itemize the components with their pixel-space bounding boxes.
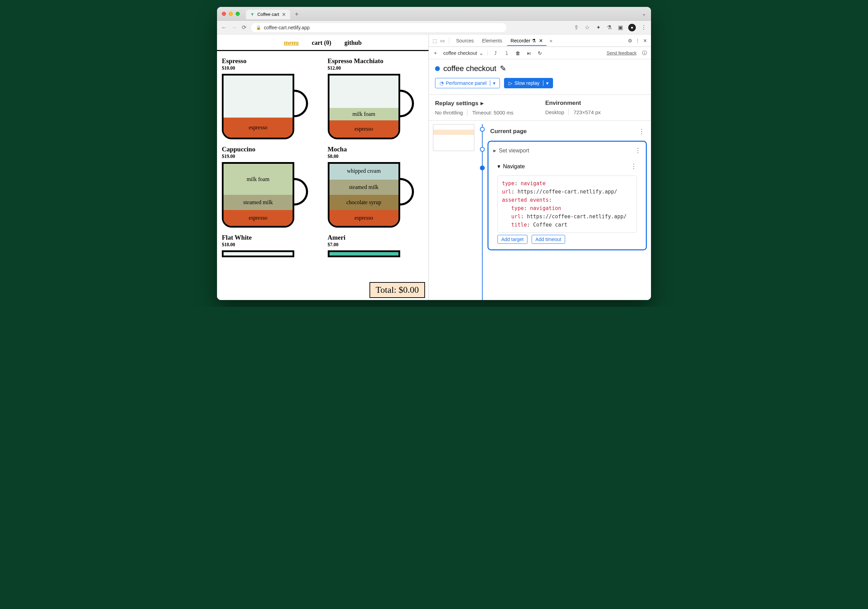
send-feedback-link[interactable]: Send feedback (606, 50, 637, 56)
product-card[interactable]: Mocha $8.00 whipped cream steamed milk c… (328, 145, 424, 227)
nav-menu[interactable]: menu (284, 39, 299, 46)
traffic-lights (222, 12, 240, 16)
device-toggle-icon[interactable]: ▭ (439, 38, 445, 43)
recorder-actions: ◔ Performance panel ▾ ▷ Slow replay ▾ (429, 78, 651, 94)
step-set-viewport[interactable]: ▸Set viewport ⋮ (488, 143, 646, 158)
product-name: Mocha (328, 145, 424, 153)
step-play-icon[interactable]: ⏯ (526, 50, 532, 56)
webpage-viewport: menu cart (0) github Espresso $10.00 esp… (217, 34, 429, 300)
cup-illustration: milk foam steamed milk espresso (222, 162, 308, 227)
product-card[interactable]: Ameri $7.00 (328, 234, 424, 257)
product-card[interactable]: Espresso Macchiato $12.00 milk foam espr… (328, 57, 424, 139)
layer-chocolate: chocolate syrup (329, 195, 398, 210)
step-over-icon[interactable]: ↻ (537, 50, 543, 56)
new-tab-button[interactable]: ＋ (294, 10, 300, 18)
replay-settings-header[interactable]: Replay settings ▸ (435, 100, 518, 107)
dropdown-arrow-icon[interactable]: ▾ (543, 80, 549, 86)
environment-header: Environment (545, 100, 605, 107)
export-icon[interactable]: ⤴ (493, 50, 499, 56)
browser-tab[interactable]: ▼ Coffee cart ✕ (246, 10, 290, 19)
profile-avatar[interactable]: ● (628, 24, 636, 31)
delete-icon[interactable]: 🗑 (515, 50, 521, 56)
cup-illustration (328, 250, 414, 257)
chevron-down-icon[interactable]: ⌄ (642, 10, 646, 17)
devtools-panel: ⬚ ▭ Sources Elements Recorder ⚗ ✕ » ⚙ ⋮ … (429, 34, 651, 300)
performance-panel-button[interactable]: ◔ Performance panel ▾ (435, 78, 500, 88)
address-bar[interactable]: 🔒 coffee-cart.netlify.app (251, 23, 507, 32)
product-grid: Espresso $10.00 espresso Espresso Macchi… (217, 51, 428, 263)
tab-sources[interactable]: Sources (453, 36, 477, 45)
settings-gear-icon[interactable]: ⚙ (627, 38, 633, 43)
cup-illustration: whipped cream steamed milk chocolate syr… (328, 162, 414, 227)
slow-replay-button[interactable]: ▷ Slow replay ▾ (504, 78, 553, 88)
back-button[interactable]: ← (221, 25, 227, 31)
env-viewport: 723×574 px (574, 109, 605, 115)
gauge-icon: ◔ (440, 80, 444, 86)
selected-steps-box: ▸Set viewport ⋮ ▾Navigate ⋮ type: naviga… (487, 141, 647, 250)
settings-row: Replay settings ▸ No throttling Timeout:… (429, 94, 651, 121)
cart-total[interactable]: Total: $0.00 (369, 282, 425, 298)
product-card[interactable]: Cappuccino $19.00 milk foam steamed milk… (222, 145, 318, 227)
steps-list: Current page ⋮ ▸Set viewport ⋮ ▾Navigate… (487, 124, 651, 300)
product-name: Flat White (222, 234, 318, 241)
product-price: $19.00 (222, 154, 318, 159)
add-recording-icon[interactable]: ＋ (432, 50, 439, 56)
play-icon: ▷ (508, 80, 512, 86)
dropdown-arrow-icon[interactable]: ▾ (490, 80, 495, 86)
timeline-line (477, 124, 487, 300)
step-thumbnail[interactable] (433, 124, 474, 151)
step-menu-icon[interactable]: ⋮ (631, 162, 637, 170)
extensions-icon[interactable]: ✦ (595, 24, 601, 31)
nav-github[interactable]: github (344, 39, 361, 46)
nav-cart[interactable]: cart (0) (312, 39, 331, 46)
close-tab-icon[interactable]: ✕ (282, 12, 286, 17)
reload-button[interactable]: ⟳ (242, 24, 246, 31)
maximize-window-button[interactable] (236, 12, 240, 16)
product-card[interactable]: Espresso $10.00 espresso (222, 57, 318, 139)
add-timeout-button[interactable]: Add timeout (532, 235, 565, 244)
cup-illustration: espresso (222, 74, 308, 139)
more-tabs-icon[interactable]: » (548, 38, 554, 43)
step-menu-icon[interactable]: ⋮ (635, 147, 641, 154)
recording-status-icon (435, 66, 440, 71)
step-current-page[interactable]: Current page ⋮ (487, 124, 651, 139)
edit-icon[interactable]: ✎ (500, 64, 506, 73)
forward-button[interactable]: → (231, 25, 237, 31)
browser-window: ▼ Coffee cart ✕ ＋ ⌄ ← → ⟳ 🔒 coffee-cart.… (217, 7, 651, 300)
product-name: Espresso Macchiato (328, 57, 424, 65)
close-devtools-icon[interactable]: ✕ (642, 38, 648, 43)
import-icon[interactable]: ⤵ (504, 50, 510, 56)
timeline-dot (480, 127, 485, 132)
inspect-element-icon[interactable]: ⬚ (432, 38, 438, 43)
titlebar: ▼ Coffee cart ✕ ＋ ⌄ (217, 7, 651, 21)
tab-elements[interactable]: Elements (479, 36, 505, 45)
product-name: Cappuccino (222, 145, 318, 153)
help-icon[interactable]: ⓘ (641, 50, 648, 56)
step-menu-icon[interactable]: ⋮ (639, 128, 645, 135)
cup-illustration (222, 250, 308, 257)
recording-header: coffee checkout ✎ (429, 59, 651, 78)
overflow-menu-icon[interactable]: ⋮ (641, 24, 647, 31)
chevron-down-icon: ▾ (498, 164, 500, 169)
product-price: $12.00 (328, 65, 424, 71)
close-window-button[interactable] (222, 12, 226, 16)
layer-espresso: espresso (329, 210, 398, 226)
layer-whipped: whipped cream (329, 162, 398, 180)
cup-handle (293, 90, 308, 117)
tab-strip: ▼ Coffee cart ✕ ＋ (246, 7, 300, 20)
close-tab-icon[interactable]: ✕ (539, 38, 543, 43)
kebab-menu-icon[interactable]: ⋮ (634, 38, 641, 43)
add-target-button[interactable]: Add target (498, 235, 527, 244)
sidepanel-icon[interactable]: ▣ (617, 24, 623, 31)
recording-select[interactable]: coffee checkout ⌄ (443, 50, 488, 56)
labs-icon[interactable]: ⚗ (606, 24, 612, 31)
product-card[interactable]: Flat White $18.00 (222, 234, 318, 257)
bookmark-icon[interactable]: ☆ (584, 24, 590, 31)
minimize-window-button[interactable] (229, 12, 233, 16)
timeline-dot (480, 147, 485, 152)
tab-recorder[interactable]: Recorder ⚗ ✕ (507, 36, 546, 45)
product-price: $8.00 (328, 154, 424, 159)
product-name: Espresso (222, 57, 318, 65)
step-navigate-header[interactable]: ▾Navigate ⋮ (493, 159, 642, 173)
share-icon[interactable]: ⇧ (573, 24, 579, 31)
